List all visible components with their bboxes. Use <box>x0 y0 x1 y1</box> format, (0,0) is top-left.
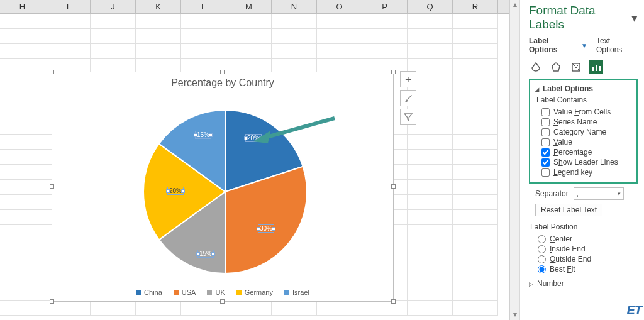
data-label-uk[interactable]: 15% <box>197 250 214 258</box>
legend-item[interactable]: China <box>136 289 162 296</box>
cell[interactable] <box>136 14 181 29</box>
reset-label-text-button[interactable]: Reset Label Text <box>535 204 602 216</box>
col-header[interactable]: J <box>91 0 136 13</box>
col-header[interactable]: I <box>45 0 91 13</box>
cell[interactable] <box>45 14 91 29</box>
section-header-number[interactable]: Number <box>529 279 638 288</box>
tab-text-options[interactable]: Text Options <box>596 36 638 54</box>
cell[interactable] <box>91 301 136 316</box>
cell[interactable] <box>272 29 317 44</box>
col-header[interactable]: L <box>181 0 226 13</box>
cell[interactable] <box>0 210 45 225</box>
cell[interactable] <box>408 240 453 255</box>
cell[interactable] <box>408 180 453 195</box>
cell[interactable] <box>453 285 498 301</box>
checkbox-value-from-cells[interactable]: Value From Cells <box>535 107 631 117</box>
cell[interactable] <box>136 301 181 316</box>
cell[interactable] <box>453 255 498 270</box>
data-label-usa[interactable]: 30% <box>258 224 274 233</box>
cell[interactable] <box>453 150 498 165</box>
legend-item[interactable]: USA <box>174 289 196 296</box>
cell[interactable] <box>317 14 362 29</box>
cell[interactable] <box>408 135 453 150</box>
legend-item[interactable]: Germany <box>236 289 273 296</box>
cell[interactable] <box>0 225 45 240</box>
chart-filter-button[interactable] <box>400 109 416 125</box>
cell[interactable] <box>408 14 453 29</box>
chart-elements-button[interactable]: ＋ <box>400 71 416 87</box>
cell[interactable] <box>453 44 498 59</box>
cell[interactable] <box>453 59 498 74</box>
chart-styles-button[interactable] <box>400 90 416 106</box>
cell[interactable] <box>0 135 45 150</box>
fill-line-icon[interactable] <box>529 60 543 74</box>
cell[interactable] <box>0 119 45 135</box>
effects-icon[interactable] <box>549 60 563 74</box>
cell[interactable] <box>272 14 317 29</box>
cell[interactable] <box>453 210 498 225</box>
cell[interactable] <box>453 240 498 255</box>
section-header-label-options[interactable]: Label Options <box>535 84 631 93</box>
cell[interactable] <box>362 44 408 59</box>
checkbox-series-name[interactable]: Series Name <box>535 117 631 127</box>
cell[interactable] <box>0 150 45 165</box>
cell[interactable] <box>0 255 45 270</box>
chart-title[interactable]: Percentage by Country <box>52 72 393 89</box>
cell[interactable] <box>0 301 45 316</box>
cell[interactable] <box>453 270 498 285</box>
cell[interactable] <box>362 301 408 316</box>
separator-select[interactable]: ,▾ <box>574 187 624 200</box>
data-label-germany[interactable]: 20% <box>167 187 184 195</box>
cell[interactable] <box>272 301 317 316</box>
cell[interactable] <box>453 14 498 29</box>
pane-menu-icon[interactable]: ▾ <box>631 11 638 25</box>
cell[interactable] <box>181 29 226 44</box>
size-properties-icon[interactable] <box>569 60 583 74</box>
cell[interactable] <box>45 29 91 44</box>
cell[interactable] <box>45 44 91 59</box>
cell[interactable] <box>226 301 272 316</box>
cell[interactable] <box>453 135 498 150</box>
cell[interactable] <box>0 104 45 119</box>
cell[interactable] <box>226 44 272 59</box>
cell[interactable] <box>408 195 453 210</box>
cell[interactable] <box>453 180 498 195</box>
col-header[interactable]: M <box>226 0 272 13</box>
chart-legend[interactable]: China USA UK Germany Israel <box>52 289 393 296</box>
cell[interactable] <box>91 44 136 59</box>
radio-center[interactable]: Center <box>529 234 638 244</box>
cell[interactable] <box>453 165 498 180</box>
radio-best-fit[interactable]: Best Fit <box>529 264 638 274</box>
cell[interactable] <box>317 301 362 316</box>
cell[interactable] <box>272 44 317 59</box>
cell[interactable] <box>0 59 45 74</box>
col-header[interactable]: Q <box>408 0 453 13</box>
cell[interactable] <box>226 14 272 29</box>
radio-outside-end[interactable]: Outside End <box>529 254 638 264</box>
data-label-israel[interactable]: 15% <box>195 131 211 139</box>
cell[interactable] <box>317 29 362 44</box>
col-header[interactable]: N <box>272 0 317 13</box>
cell[interactable] <box>0 29 45 44</box>
cell[interactable] <box>181 44 226 59</box>
cell[interactable] <box>408 225 453 240</box>
label-options-icon[interactable] <box>589 60 603 74</box>
cell[interactable] <box>453 119 498 135</box>
radio-inside-end[interactable]: Inside End <box>529 244 638 254</box>
legend-item[interactable]: UK <box>207 289 225 296</box>
cell[interactable] <box>453 225 498 240</box>
cell[interactable] <box>136 29 181 44</box>
cell[interactable] <box>91 14 136 29</box>
cell[interactable] <box>0 285 45 301</box>
cell[interactable] <box>408 301 453 316</box>
cell[interactable] <box>453 104 498 119</box>
tab-label-options[interactable]: Label Options ▼ <box>529 36 587 54</box>
checkbox-show-leader-lines[interactable]: Show Leader Lines <box>535 157 631 167</box>
cell[interactable] <box>226 29 272 44</box>
cell[interactable] <box>0 44 45 59</box>
data-label-china[interactable]: 20% <box>245 134 262 142</box>
vertical-scrollbar[interactable]: ▴ ▾ <box>509 0 519 320</box>
cell[interactable] <box>0 180 45 195</box>
cell[interactable] <box>408 270 453 285</box>
cell[interactable] <box>0 89 45 104</box>
